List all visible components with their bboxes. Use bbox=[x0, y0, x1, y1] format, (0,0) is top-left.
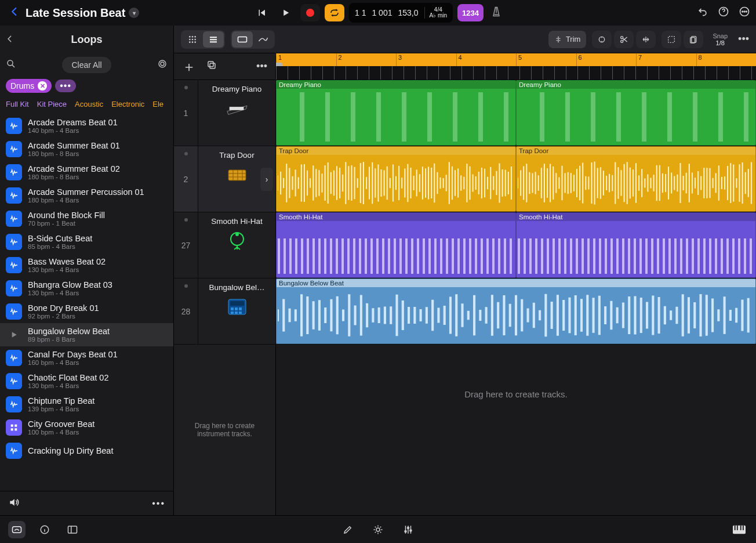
region[interactable]: Trap Door bbox=[276, 146, 516, 212]
region[interactable]: Bungalow Below Beat bbox=[276, 278, 756, 344]
track-header[interactable]: 2Trap Door› bbox=[174, 146, 275, 212]
cycle-button[interactable] bbox=[325, 4, 344, 21]
clipboard-tool-button[interactable] bbox=[684, 31, 703, 48]
region[interactable]: Dreamy Piano bbox=[276, 80, 516, 146]
ruler-bar[interactable]: 8 bbox=[696, 53, 757, 66]
metronome-button[interactable] bbox=[488, 6, 504, 20]
add-track-button[interactable]: ＋ bbox=[182, 57, 196, 76]
loop-item[interactable]: Arcade Summer Percussion 01180 bpm - 4 B… bbox=[0, 184, 173, 207]
svg-rect-32 bbox=[210, 63, 215, 68]
clear-all-button[interactable]: Clear All bbox=[62, 57, 111, 73]
play-button[interactable] bbox=[276, 4, 296, 21]
split-tool-button[interactable] bbox=[614, 31, 634, 48]
mixer-button[interactable] bbox=[399, 521, 417, 538]
ruler-bar[interactable]: 2 bbox=[336, 53, 397, 66]
undo-button[interactable] bbox=[697, 6, 708, 20]
region[interactable]: Smooth Hi-Hat bbox=[516, 212, 756, 278]
ruler-bar[interactable]: 5 bbox=[516, 53, 576, 66]
drag-tracks-zone[interactable]: Drag here to create tracks. bbox=[276, 345, 756, 443]
marquee-tool-button[interactable] bbox=[662, 31, 681, 48]
track-header[interactable]: 28Bungalow Bel… bbox=[174, 278, 275, 345]
browser-toggle-button[interactable] bbox=[8, 521, 26, 538]
region-row[interactable]: Trap DoorTrap Door bbox=[276, 146, 756, 212]
drag-instrument-zone[interactable]: Drag here to create instrument tracks. bbox=[174, 345, 275, 515]
sub-filter-kit-piece[interactable]: Kit Piece bbox=[37, 100, 67, 108]
region[interactable]: Dreamy Piano bbox=[516, 80, 756, 146]
grid-view-button[interactable] bbox=[182, 31, 203, 48]
region-view-button[interactable] bbox=[232, 31, 253, 48]
loop-footer-more-button[interactable]: ••• bbox=[152, 498, 165, 509]
loop-tool-button[interactable] bbox=[592, 31, 612, 48]
region-row[interactable]: Dreamy PianoDreamy Piano bbox=[276, 80, 756, 146]
library-toggle-button[interactable] bbox=[64, 521, 81, 538]
sub-filter-electronic[interactable]: Electronic bbox=[111, 100, 144, 108]
filter-pill-drums[interactable]: Drums ✕ bbox=[6, 79, 52, 93]
smart-controls-button[interactable] bbox=[369, 521, 387, 538]
snap-display[interactable]: Snap 1/8 bbox=[713, 32, 728, 46]
track-header-more-button[interactable]: ••• bbox=[256, 60, 267, 73]
ruler-bar[interactable]: 1 bbox=[276, 53, 336, 66]
loop-item[interactable]: Bass Waves Beat 02130 bpm - 4 Bars bbox=[0, 254, 173, 277]
trim-tool-button[interactable]: Trim bbox=[548, 31, 587, 48]
loop-item[interactable]: Cracking Up Dirty Beat bbox=[0, 439, 173, 462]
audio-loop-icon bbox=[6, 350, 22, 366]
loop-item[interactable]: Bone Dry Break 0192 bpm - 2 Bars bbox=[0, 300, 173, 323]
loop-item[interactable]: Bhangra Glow Beat 03130 bpm - 4 Bars bbox=[0, 277, 173, 300]
loop-item[interactable]: Chaotic Float Beat 02130 bpm - 4 Bars bbox=[0, 370, 173, 393]
loop-item-meta: 139 bpm - 4 Bars bbox=[28, 406, 94, 412]
timeline[interactable]: 12345678 Dreamy PianoDreamy PianoTrap Do… bbox=[276, 53, 756, 515]
loop-item[interactable]: B-Side Cuts Beat85 bpm - 4 Bars bbox=[0, 230, 173, 254]
go-to-start-button[interactable] bbox=[252, 4, 271, 21]
track-disclosure-button[interactable]: › bbox=[260, 168, 273, 191]
collection-button[interactable] bbox=[157, 59, 168, 71]
loop-item[interactable]: Chiptune Tip Beat139 bpm - 4 Bars bbox=[0, 393, 173, 416]
svg-rect-34 bbox=[229, 107, 243, 110]
loop-item[interactable]: Arcade Dreams Beat 01140 bpm - 4 Bars bbox=[0, 114, 173, 137]
loop-item[interactable]: City Groover Beat100 bpm - 4 Bars bbox=[0, 416, 173, 439]
app-back-button[interactable] bbox=[6, 4, 23, 22]
loop-item[interactable]: Around the Block Fill70 bpm - 1 Beat bbox=[0, 207, 173, 230]
ruler-bar[interactable]: 7 bbox=[636, 53, 696, 66]
region-row[interactable]: Bungalow Below Beat bbox=[276, 278, 756, 345]
lcd-display[interactable]: 1 1 1 001 153,0 4/4 A♭ min bbox=[349, 3, 453, 23]
loop-item[interactable]: Arcade Summer Beat 01180 bpm - 8 Bars bbox=[0, 137, 173, 161]
sub-filter-acoustic[interactable]: Acoustic bbox=[75, 100, 103, 108]
workspace-more-button[interactable]: ••• bbox=[738, 33, 749, 45]
track-header[interactable]: 27Smooth Hi-Hat bbox=[174, 212, 275, 278]
ruler-bar[interactable]: 3 bbox=[396, 53, 456, 66]
ruler-bar[interactable]: 6 bbox=[576, 53, 637, 66]
audio-loop-icon bbox=[6, 257, 22, 273]
pencil-edit-button[interactable] bbox=[339, 521, 357, 538]
list-view-button[interactable] bbox=[203, 31, 224, 48]
loop-list[interactable]: Arcade Dreams Beat 01140 bpm - 4 BarsArc… bbox=[0, 114, 173, 491]
svg-rect-53 bbox=[68, 526, 77, 533]
loop-item[interactable]: Arcade Summer Beat 02180 bpm - 8 Bars bbox=[0, 161, 173, 184]
info-button[interactable] bbox=[36, 521, 53, 538]
keyboard-button[interactable] bbox=[730, 521, 748, 538]
count-in-button[interactable]: 1234 bbox=[457, 4, 484, 21]
preview-volume-button[interactable] bbox=[8, 497, 20, 511]
more-menu-button[interactable] bbox=[739, 6, 750, 20]
filter-more-button[interactable]: ••• bbox=[55, 79, 76, 92]
search-button[interactable] bbox=[6, 59, 16, 71]
region[interactable]: Trap Door bbox=[516, 146, 756, 212]
loop-panel-title: Loops bbox=[71, 34, 103, 46]
project-title[interactable]: Late Session Beat ▾ bbox=[26, 6, 139, 20]
track-header[interactable]: 1Dreamy Piano bbox=[174, 80, 275, 146]
remove-filter-icon[interactable]: ✕ bbox=[38, 81, 47, 91]
region[interactable]: Smooth Hi-Hat bbox=[276, 212, 516, 278]
region-row[interactable]: Smooth Hi-HatSmooth Hi-Hat bbox=[276, 212, 756, 278]
loop-item[interactable]: Bungalow Below Beat89 bpm - 8 Bars bbox=[0, 323, 173, 346]
loop-item[interactable]: Canal For Days Beat 01160 bpm - 4 Bars bbox=[0, 346, 173, 370]
stretch-tool-button[interactable] bbox=[636, 31, 656, 48]
audio-loop-icon bbox=[6, 373, 22, 389]
loop-back-button[interactable] bbox=[6, 33, 14, 46]
help-button[interactable] bbox=[718, 6, 729, 20]
sub-filter-ele[interactable]: Ele bbox=[152, 100, 163, 108]
record-button[interactable] bbox=[300, 4, 320, 21]
sub-filter-full-kit[interactable]: Full Kit bbox=[6, 100, 29, 108]
automation-view-button[interactable] bbox=[253, 31, 274, 48]
duplicate-track-button[interactable] bbox=[206, 60, 217, 73]
bar-ruler[interactable]: 12345678 bbox=[276, 53, 756, 66]
ruler-bar[interactable]: 4 bbox=[456, 53, 517, 66]
